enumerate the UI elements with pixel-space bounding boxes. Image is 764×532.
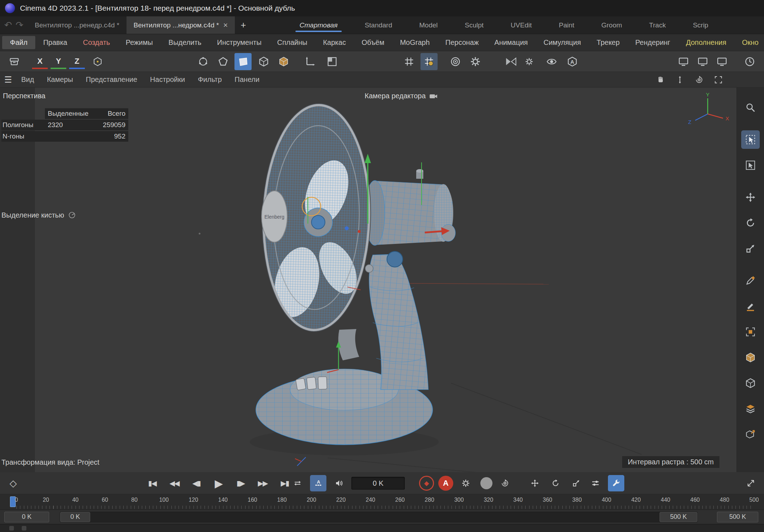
pan-hand-icon[interactable] [656, 75, 665, 84]
zoom-tool-button[interactable] [741, 98, 760, 117]
render-picture-viewer-button[interactable] [694, 53, 711, 70]
vp-menu-cameras[interactable]: Камеры [41, 73, 79, 86]
undo-icon[interactable]: ↶ [4, 20, 12, 31]
layout-tab-script[interactable]: Scrip [679, 16, 722, 34]
vp-menu-options[interactable]: Настройки [144, 73, 191, 86]
vp-menu-filter[interactable]: Фильтр [191, 73, 228, 86]
menu-item-tracker[interactable]: Трекер [589, 36, 628, 49]
playback-play[interactable]: ▶ [210, 475, 227, 491]
mode-edges-button[interactable] [215, 53, 232, 70]
layout-tab-model[interactable]: Model [406, 16, 451, 34]
menu-item-mograph[interactable]: MoGraph [392, 36, 437, 49]
live-selection-button[interactable] [741, 130, 760, 149]
extrude-cube-button[interactable] [741, 425, 760, 444]
layout-tab-uvedit[interactable]: UVEdit [497, 16, 545, 34]
enable-axis-button[interactable] [301, 53, 319, 70]
layout-tab-standard[interactable]: Standard [351, 16, 406, 34]
loop-mode-button[interactable] [289, 475, 306, 491]
document-tab-2[interactable]: Вентилятор ...недром.c4d * × [127, 16, 235, 34]
move-tool-button[interactable] [741, 188, 760, 207]
document-tab-1[interactable]: Вентилятор ...ренедр.c4d * [28, 16, 127, 34]
layout-tab-track[interactable]: Track [636, 16, 680, 34]
keyframe-diamond-button[interactable]: ◇ [5, 475, 21, 491]
coordinate-system-button[interactable] [89, 53, 106, 70]
dolly-icon[interactable] [676, 75, 684, 84]
redo-icon[interactable]: ↷ [16, 20, 24, 31]
keyframe-selection-dot[interactable] [480, 477, 492, 489]
key-scale-button[interactable] [568, 475, 584, 491]
snap-button[interactable] [420, 53, 438, 70]
autokey-toggle-button[interactable]: A [438, 476, 453, 491]
menu-item-file[interactable]: Файл [2, 36, 35, 49]
playback-prev-key[interactable]: ◀◀ [165, 475, 183, 491]
layout-tab-groom[interactable]: Groom [588, 16, 636, 34]
layout-tab-paint[interactable]: Paint [545, 16, 588, 34]
menu-item-create[interactable]: Создать [75, 36, 118, 49]
current-frame-field[interactable]: 0 K [351, 477, 405, 490]
target-button[interactable] [447, 53, 464, 70]
edge-cut-tool-button[interactable] [741, 297, 760, 315]
symmetry-settings-button[interactable] [522, 55, 536, 68]
timeline-expand-button[interactable] [743, 475, 759, 491]
camera-label[interactable]: Камера редактора [365, 92, 438, 100]
vp-menu-view[interactable]: Вид [15, 73, 41, 86]
parameter-toggles-button[interactable] [587, 475, 604, 491]
autokey-mode-button[interactable] [310, 475, 326, 491]
range-start-handle[interactable]: 0 K [60, 512, 90, 522]
keying-settings-button[interactable] [458, 475, 474, 491]
record-keyframe-button[interactable]: ◆ [419, 476, 434, 491]
lock-z-axis-button[interactable]: Z [69, 55, 85, 69]
orientation-gizmo[interactable]: Y X Z [685, 92, 731, 131]
menu-item-extensions[interactable]: Дополнения [678, 36, 734, 49]
primitive-cube-button[interactable] [741, 348, 760, 367]
range-track[interactable]: 0 K 500 K [60, 512, 698, 522]
playback-next-frame[interactable]: ▮▶ [232, 475, 249, 491]
playback-prev-frame[interactable]: ◀▮ [187, 475, 205, 491]
mode-texture-button[interactable] [275, 53, 292, 70]
lock-x-axis-button[interactable]: X [32, 55, 48, 69]
keying-wrench-button[interactable] [608, 475, 624, 491]
add-tab-button[interactable]: + [235, 16, 252, 34]
workplane-button[interactable] [324, 53, 341, 70]
menu-item-render[interactable]: Рендеринг [628, 36, 678, 49]
rotate-tool-button[interactable] [741, 214, 760, 232]
orbit-icon[interactable] [695, 75, 703, 84]
time-settings-button[interactable] [741, 53, 758, 70]
menu-item-edit[interactable]: Правка [35, 36, 75, 49]
render-settings-button[interactable] [713, 53, 731, 70]
mode-model-button[interactable] [255, 53, 272, 70]
polygon-frame-tool-button[interactable] [741, 323, 760, 341]
layout-tab-startup[interactable]: Стартовая [286, 16, 351, 34]
menu-item-modes[interactable]: Режимы [118, 36, 161, 49]
timeline-ruler[interactable]: 0204060801001201401601802002202402602803… [0, 494, 764, 510]
layout-tab-sculpt[interactable]: Sculpt [451, 16, 497, 34]
key-position-button[interactable] [527, 475, 543, 491]
menu-item-simulate[interactable]: Симуляция [536, 36, 589, 49]
menu-item-select[interactable]: Выделить [161, 36, 209, 49]
mode-polygons-button[interactable] [234, 53, 252, 70]
menu-item-character[interactable]: Персонаж [438, 36, 487, 49]
sound-button[interactable] [331, 475, 347, 491]
viewport[interactable]: Elenberg [0, 88, 737, 472]
layers-stack-button[interactable] [741, 400, 760, 418]
lock-y-axis-button[interactable]: Y [51, 55, 66, 69]
key-rotation-button[interactable] [547, 475, 564, 491]
menu-item-animate[interactable]: Анимация [486, 36, 536, 49]
content-browser-button[interactable] [6, 53, 23, 70]
render-view-button[interactable] [675, 53, 692, 70]
range-end-field[interactable]: 500 K [717, 512, 758, 522]
mode-points-button[interactable] [195, 53, 212, 70]
playback-next-key[interactable]: ▶▶ [254, 475, 272, 491]
annotation-button[interactable] [564, 53, 581, 70]
scale-tool-button[interactable] [741, 239, 760, 258]
menu-item-mesh[interactable]: Каркас [315, 36, 353, 49]
pen-tool-button[interactable] [741, 271, 760, 290]
subdivide-cube-button[interactable] [741, 374, 760, 392]
playback-goto-start[interactable]: ▮◀ [143, 475, 161, 491]
menu-item-tools[interactable]: Инструменты [209, 36, 269, 49]
menu-item-splines[interactable]: Сплайны [269, 36, 315, 49]
hamburger-icon[interactable]: ☰ [4, 75, 12, 85]
modeling-settings-button[interactable] [467, 53, 484, 70]
rectangle-selection-button[interactable] [741, 156, 760, 174]
visibility-button[interactable] [543, 53, 560, 70]
